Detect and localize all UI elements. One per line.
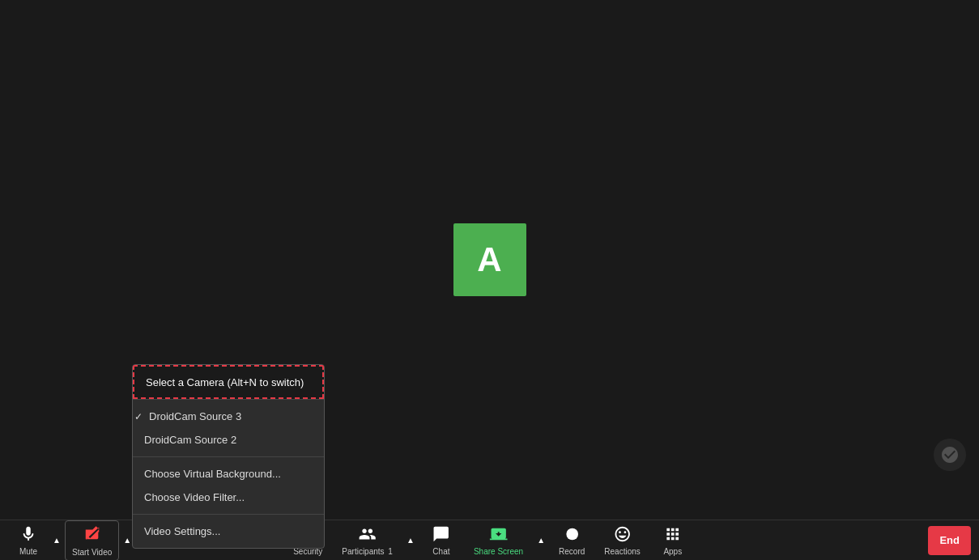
mic-icon-svg xyxy=(19,525,37,543)
video-chevron-icon: ▲ xyxy=(123,536,131,545)
share-screen-button[interactable]: Share Screen xyxy=(464,520,533,561)
share-screen-chevron-icon: ▲ xyxy=(537,536,545,545)
video-off-svg xyxy=(83,524,101,542)
start-video-label: Start Video xyxy=(72,548,112,557)
camera-source-2[interactable]: DroidCam Source 2 xyxy=(133,428,324,452)
avatar-container: A xyxy=(453,223,526,296)
virtual-bg-label: Choose Virtual Background... xyxy=(144,468,281,480)
record-label: Record xyxy=(559,547,585,556)
video-filter-option[interactable]: Choose Video Filter... xyxy=(133,486,324,509)
share-screen-label: Share Screen xyxy=(474,547,523,556)
record-icon-svg xyxy=(563,525,581,543)
reactions-label: Reactions xyxy=(604,547,640,556)
participants-text: Participants xyxy=(342,547,384,556)
participants-label: Participants 1 xyxy=(342,547,393,556)
participants-count: 1 xyxy=(388,547,393,556)
participants-chevron-button[interactable]: ▲ xyxy=(402,520,419,561)
toolbar-center: Security Participants 1 ▲ Chat xyxy=(283,520,696,561)
video-btn-group: Start Video ▲ xyxy=(65,517,135,561)
share-screen-icon xyxy=(490,525,508,545)
end-button[interactable]: End xyxy=(928,526,971,555)
apps-label: Apps xyxy=(663,547,682,556)
camera-popup-title: Select a Camera (Alt+N to switch) xyxy=(146,376,304,388)
camera-source-2-label: DroidCam Source 2 xyxy=(144,434,236,446)
virtual-bg-option[interactable]: Choose Virtual Background... xyxy=(133,462,324,486)
video-settings-label: Video Settings... xyxy=(144,525,220,537)
main-video-area: A Select a Camera (Alt+N to switch) ✓ Dr… xyxy=(0,0,979,520)
camera-popup-header: Select a Camera (Alt+N to switch) xyxy=(133,365,324,399)
chat-label: Chat xyxy=(432,547,449,556)
camera-source-1-label: DroidCam Source 3 xyxy=(149,410,241,422)
mute-label: Mute xyxy=(19,547,37,556)
start-video-button[interactable]: Start Video xyxy=(65,520,119,561)
apps-button[interactable]: Apps xyxy=(650,520,696,561)
toolbar-right: End xyxy=(928,526,971,555)
participants-button[interactable]: Participants 1 xyxy=(332,520,402,561)
share-screen-chevron-button[interactable]: ▲ xyxy=(533,520,549,561)
chat-button[interactable]: Chat xyxy=(419,520,464,561)
participants-icon xyxy=(359,525,377,545)
reactions-button[interactable]: Reactions xyxy=(594,520,649,561)
apps-icon-svg xyxy=(664,525,682,543)
chat-icon-svg xyxy=(432,525,450,543)
mute-button[interactable]: Mute xyxy=(8,520,49,561)
avatar: A xyxy=(453,223,526,296)
reactions-icon xyxy=(614,525,632,545)
end-label: End xyxy=(939,534,960,546)
people-icon-svg xyxy=(359,525,377,543)
participants-chevron-icon: ▲ xyxy=(406,536,415,545)
mute-chevron-button[interactable]: ▲ xyxy=(49,520,65,561)
watermark xyxy=(934,439,966,471)
video-filter-label: Choose Video Filter... xyxy=(144,491,245,503)
mute-icon xyxy=(19,525,37,545)
svg-point-0 xyxy=(566,528,578,540)
camera-options-section: Choose Virtual Background... Choose Vide… xyxy=(133,457,324,514)
avatar-letter: A xyxy=(477,240,501,279)
share-screen-svg xyxy=(490,525,508,543)
camera-source-1[interactable]: ✓ DroidCam Source 3 xyxy=(133,405,324,428)
checkmark-icon: ✓ xyxy=(133,411,144,422)
camera-settings-section: Video Settings... xyxy=(133,515,324,548)
video-off-icon xyxy=(83,524,101,546)
watermark-svg xyxy=(940,445,960,465)
emoji-icon-svg xyxy=(614,525,632,543)
video-settings-option[interactable]: Video Settings... xyxy=(133,520,324,543)
mute-chevron-icon: ▲ xyxy=(53,536,61,545)
record-icon xyxy=(563,525,581,545)
camera-popup: Select a Camera (Alt+N to switch) ✓ Droi… xyxy=(132,364,325,549)
watermark-icon xyxy=(934,439,966,471)
toolbar-left: Mute ▲ Start Video ▲ xyxy=(8,517,135,561)
record-button[interactable]: Record xyxy=(549,520,594,561)
chat-icon xyxy=(432,525,450,545)
apps-icon xyxy=(664,525,682,545)
camera-sources-section: ✓ DroidCam Source 3 DroidCam Source 2 xyxy=(133,400,324,456)
